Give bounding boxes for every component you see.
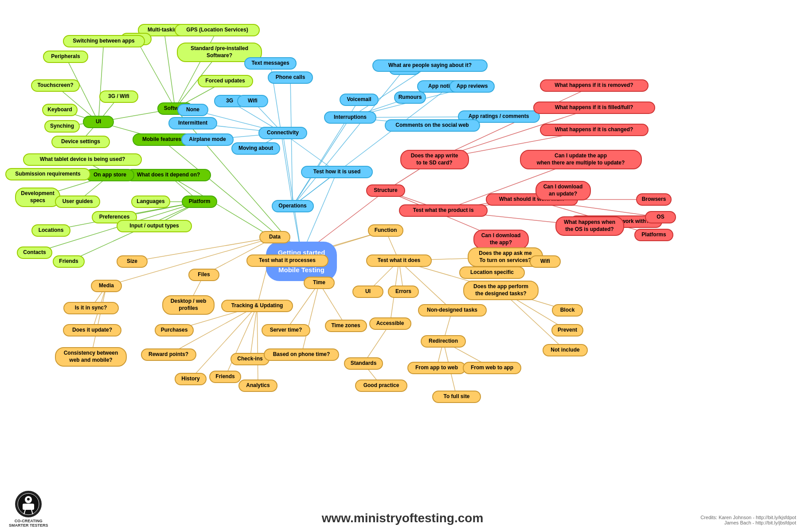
svg-line-83 — [301, 283, 319, 355]
node-user_guides: User guides — [55, 196, 101, 208]
node-to_full_site: To full site — [432, 391, 481, 403]
node-rumours: Rumours — [394, 91, 426, 104]
node-on_app_store: On app store — [86, 169, 134, 181]
node-switching_apps: Switching between apps — [63, 35, 145, 47]
node-voicemail: Voicemail — [340, 94, 379, 106]
node-does_app_perform: Does the app performthe designed tasks? — [463, 281, 539, 300]
node-time_zones: Time zones — [325, 320, 367, 332]
node-forced_updates: Forced updates — [198, 75, 253, 87]
node-not_include: Not include — [543, 344, 588, 356]
svg-line-15 — [98, 41, 104, 122]
node-interruptions: Interruptions — [324, 111, 376, 124]
node-friends_orange: Friends — [209, 371, 242, 383]
logo-text: CO-CREATING SMARTER TESTERS — [9, 519, 48, 528]
node-input_output: Input / output types — [117, 220, 192, 232]
node-data: Data — [259, 231, 290, 243]
footer-website: www.ministryoftesting.com — [322, 511, 484, 525]
node-languages: Languages — [131, 196, 170, 208]
node-os: OS — [645, 211, 676, 223]
node-standards: Standards — [344, 357, 383, 370]
svg-point-108 — [27, 498, 30, 501]
node-desktop_web: Desktop / webprofiles — [162, 295, 215, 315]
node-gps: GPS (Location Services) — [175, 24, 260, 36]
node-files: Files — [188, 269, 219, 281]
node-airplane_mode: Airplane mode — [181, 133, 234, 146]
node-non_designed_tasks: Non-designed tasks — [418, 304, 487, 317]
node-friends_green: Friends — [53, 255, 85, 268]
node-what_happens_os_updated: What happens whenthe OS is updated? — [555, 216, 624, 236]
node-is_in_sync: Is it in sync? — [63, 302, 119, 314]
node-operations: Operations — [272, 200, 314, 212]
svg-line-104 — [91, 286, 106, 357]
node-accessible: Accessible — [369, 317, 411, 330]
node-block: Block — [552, 304, 583, 317]
node-synching: Synching — [44, 120, 80, 133]
svg-line-10 — [136, 39, 175, 109]
node-browsers: Browsers — [636, 193, 672, 206]
node-platform: Platform — [182, 196, 217, 208]
node-what_tablet: What tablet device is being used? — [23, 153, 142, 166]
node-test_what_does: Test what it does — [366, 254, 432, 267]
node-based_on_phone_time: Based on phone time? — [264, 348, 339, 361]
node-peripherals: Peripherals — [43, 51, 89, 63]
node-dev_specs: Developmentspecs — [15, 188, 61, 207]
node-does_app_write_sd: Does the app writeto te SD card? — [400, 150, 469, 169]
node-submission_req: Submission requirements — [5, 168, 91, 180]
node-text_messages: Text messages — [244, 57, 297, 70]
node-what_happens_filled: What happens if it is filled/full? — [533, 102, 655, 114]
mind-map: www.ministryoftesting.com Credits: Karen… — [0, 0, 805, 532]
node-analytics: Analytics — [238, 379, 277, 392]
node-does_it_update: Does it update? — [63, 324, 122, 336]
logo-area: CO-CREATING SMARTER TESTERS — [9, 491, 48, 528]
node-time: Time — [304, 277, 335, 289]
node-device_settings: Device settings — [51, 136, 110, 148]
node-test_how_used: Test how it is used — [301, 166, 373, 178]
logo-icon — [15, 491, 42, 517]
node-purchases: Purchases — [155, 324, 194, 336]
node-what_happens_removed: What happens if it is removed? — [540, 79, 649, 92]
node-test_what_product: Test what the product is — [399, 204, 488, 217]
node-app_reviews: App reviews — [449, 80, 495, 93]
footer-credits: Credits: Karen Johnson - http://bit.ly/k… — [700, 515, 796, 525]
node-prevent: Prevent — [551, 324, 584, 336]
node-size: Size — [117, 255, 148, 268]
node-errors: Errors — [388, 286, 419, 298]
node-three_g_wifi: 3G / Wifi — [99, 90, 138, 103]
svg-line-11 — [175, 30, 217, 109]
node-what_are_saying: What are people saying about it? — [372, 59, 488, 72]
node-can_download_app: Can I downloadthe app? — [473, 230, 529, 249]
node-structure: Structure — [366, 184, 405, 197]
node-moving_about: Moving about — [231, 142, 280, 155]
node-keyboard: Keyboard — [42, 104, 78, 116]
node-from_app_to_web: From app to web — [407, 362, 466, 374]
node-tracking_updating: Tracking & Updating — [221, 300, 293, 312]
node-reward_points: Reward points? — [141, 348, 196, 361]
svg-line-9 — [164, 30, 175, 109]
node-server_time: Server time? — [262, 324, 310, 336]
node-wifi_blue: Wifi — [237, 95, 268, 107]
node-connectivity: Connectivity — [258, 127, 307, 139]
node-phone_calls: Phone calls — [268, 71, 313, 84]
node-wifi_orange: Wifi — [530, 255, 561, 268]
node-platforms: Platforms — [634, 229, 673, 241]
svg-line-45 — [290, 78, 293, 206]
node-media: Media — [91, 280, 122, 292]
node-contacts: Contacts — [17, 246, 52, 259]
svg-line-77 — [191, 306, 257, 379]
node-can_update_multiple: Can I update the appwhen there are multi… — [520, 150, 642, 169]
node-redirection: Redirection — [421, 335, 466, 348]
svg-line-79 — [250, 306, 257, 359]
node-what_does_depend: What does it depend on? — [126, 169, 211, 181]
node-locations: Locations — [31, 224, 70, 237]
node-history: History — [175, 373, 207, 385]
node-touchscreen: Touchscreen? — [31, 79, 80, 92]
node-ui_orange: UI — [352, 286, 383, 298]
node-can_download_update: Can I downloadan update? — [535, 181, 591, 200]
node-comments_social: Comments on the social web — [385, 119, 480, 132]
node-good_practice: Good practice — [355, 379, 407, 392]
node-intermittent: Intermittent — [168, 117, 217, 129]
svg-line-80 — [257, 306, 258, 386]
svg-rect-107 — [23, 504, 34, 510]
node-from_web_to_app: From web to app — [463, 362, 522, 374]
node-none: None — [177, 104, 208, 116]
